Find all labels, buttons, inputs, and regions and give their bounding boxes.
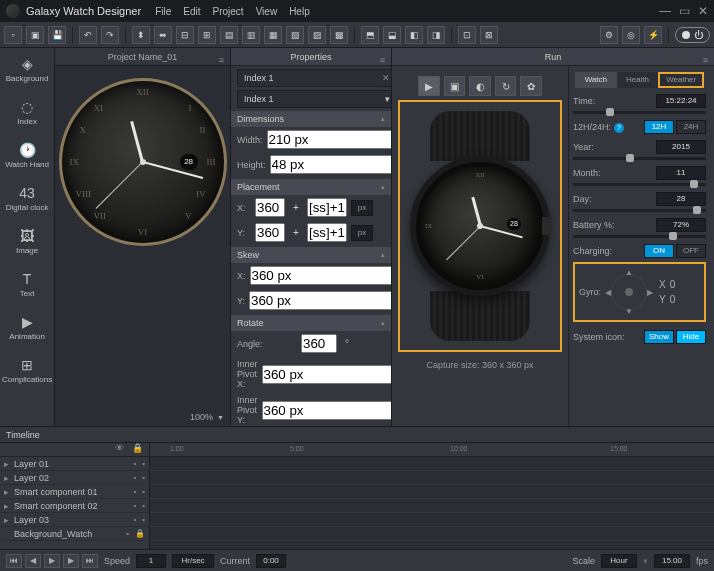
tb-layer-4[interactable]: ◨ [427, 26, 445, 44]
mode-24h[interactable]: 24H [676, 120, 706, 134]
ipy-input[interactable] [262, 401, 393, 420]
gyro-down-icon[interactable]: ▼ [625, 307, 633, 316]
menu-edit[interactable]: Edit [183, 6, 200, 17]
tb-align-1[interactable]: ⬍ [132, 26, 150, 44]
menu-help[interactable]: Help [289, 6, 310, 17]
tb-extra-1[interactable]: ⊡ [458, 26, 476, 44]
y-input[interactable] [255, 223, 285, 242]
month-value[interactable]: 11 [656, 166, 706, 180]
gyro-dpad[interactable]: ▲ ▼ ◀ ▶ [605, 268, 653, 316]
tb-align-7[interactable]: ▦ [264, 26, 282, 44]
width-input[interactable] [267, 130, 393, 149]
tb-save[interactable]: 💾 [48, 26, 66, 44]
tb-extra-2[interactable]: ⊠ [480, 26, 498, 44]
mode-12h[interactable]: 12H [644, 120, 674, 134]
tb-redo[interactable]: ↷ [101, 26, 119, 44]
tab-weather[interactable]: Weather [658, 72, 704, 88]
tool-animation[interactable]: ▶Animation [0, 306, 54, 349]
tb-align-2[interactable]: ⬌ [154, 26, 172, 44]
props-menu-icon[interactable]: ≡ [380, 51, 385, 69]
gyro-x-value[interactable]: 0 [670, 279, 700, 290]
tb-gear[interactable]: ⚙ [600, 26, 618, 44]
tab-health[interactable]: Health [617, 72, 659, 88]
gyro-up-icon[interactable]: ▲ [625, 268, 633, 277]
run-history-button[interactable]: ↻ [495, 76, 517, 96]
section-dimensions[interactable]: Dimensions▴ [231, 111, 391, 127]
tool-text[interactable]: TText [0, 263, 54, 306]
tb-open[interactable]: ▣ [26, 26, 44, 44]
tb-align-9[interactable]: ▨ [308, 26, 326, 44]
timeline-tracks[interactable]: 1:00 5:00 10:00 15:00 [150, 443, 714, 549]
skew-y-input[interactable] [249, 291, 392, 310]
tb-align-6[interactable]: ▥ [242, 26, 260, 44]
run-settings-button[interactable]: ✿ [520, 76, 542, 96]
aod-toggle[interactable]: ⏻ [675, 27, 710, 43]
tb-align-4[interactable]: ⊞ [198, 26, 216, 44]
charging-off[interactable]: OFF [676, 244, 706, 258]
height-input[interactable] [270, 155, 392, 174]
tool-image[interactable]: 🖼Image [0, 220, 54, 263]
maximize-icon[interactable]: ▭ [679, 4, 690, 18]
skew-x-input[interactable] [250, 266, 393, 285]
charging-on[interactable]: ON [644, 244, 674, 258]
month-slider[interactable] [573, 183, 706, 186]
tb-layer-3[interactable]: ◧ [405, 26, 423, 44]
gyro-y-value[interactable]: 0 [670, 294, 700, 305]
watch-face-canvas[interactable]: XII III VI IX I II IV V VII VIII X XI 28 [59, 78, 227, 246]
layer-row[interactable]: Background_Watch•🔒 [0, 527, 149, 541]
tb-layer-2[interactable]: ⬓ [383, 26, 401, 44]
speed-value[interactable]: 1 [136, 554, 166, 568]
run-fit-button[interactable]: ▣ [444, 76, 466, 96]
tl-prev-button[interactable]: ◀ [25, 554, 41, 568]
tool-background[interactable]: ◈Background [0, 48, 54, 91]
x-input[interactable] [255, 198, 285, 217]
second-hand[interactable] [96, 162, 143, 209]
tl-last-button[interactable]: ⏭ [82, 554, 98, 568]
tb-align-3[interactable]: ⊟ [176, 26, 194, 44]
year-slider[interactable] [573, 157, 706, 160]
angle-input[interactable] [301, 334, 337, 353]
component-select-2[interactable]: Index 1▾ [237, 90, 392, 108]
layer-row[interactable]: ▸Layer 01•• [0, 457, 149, 471]
ipx-input[interactable] [262, 365, 393, 384]
layer-row[interactable]: ▸Layer 03•• [0, 513, 149, 527]
info-icon[interactable]: ? [614, 123, 624, 133]
day-value[interactable]: 28 [656, 192, 706, 206]
menu-file[interactable]: File [155, 6, 171, 17]
layer-row[interactable]: ▸Layer 02•• [0, 471, 149, 485]
tl-next-button[interactable]: ▶ [63, 554, 79, 568]
time-value[interactable]: 15:22:24 [656, 94, 706, 108]
sysicon-show[interactable]: Show [644, 330, 674, 344]
time-slider[interactable] [573, 111, 706, 114]
x-expr-input[interactable] [307, 198, 347, 217]
fps-value[interactable]: 15.00 [654, 554, 690, 568]
minimize-icon[interactable]: — [659, 4, 671, 18]
tb-layer-1[interactable]: ⬒ [361, 26, 379, 44]
close-icon[interactable]: ✕ [698, 4, 708, 18]
component-select-1[interactable]: Index 1✕ [237, 69, 392, 87]
tl-first-button[interactable]: ⏮ [6, 554, 22, 568]
tab-watch[interactable]: Watch [575, 72, 617, 88]
gyro-left-icon[interactable]: ◀ [605, 288, 611, 297]
layer-row[interactable]: ▸Smart component 01•• [0, 485, 149, 499]
tool-digital[interactable]: 43Digital clock [0, 177, 54, 220]
day-slider[interactable] [573, 209, 706, 212]
tb-align-10[interactable]: ▩ [330, 26, 348, 44]
sysicon-hide[interactable]: Hide [676, 330, 706, 344]
current-value[interactable]: 0:00 [256, 554, 286, 568]
tl-play-button[interactable]: ▶ [44, 554, 60, 568]
battery-value[interactable]: 72% [656, 218, 706, 232]
run-contrast-button[interactable]: ◐ [469, 76, 491, 96]
gyro-center-icon[interactable] [625, 288, 633, 296]
tb-align-8[interactable]: ▧ [286, 26, 304, 44]
y-expr-input[interactable] [307, 223, 347, 242]
layer-row[interactable]: ▸Smart component 02•• [0, 499, 149, 513]
menu-project[interactable]: Project [213, 6, 244, 17]
tool-complications[interactable]: ⊞Complications [0, 349, 54, 392]
tb-undo[interactable]: ↶ [79, 26, 97, 44]
visibility-icon[interactable]: 👁 [115, 443, 124, 456]
tb-bolt[interactable]: ⚡ [644, 26, 662, 44]
tool-watchhand[interactable]: 🕐Watch Hand [0, 134, 54, 177]
battery-slider[interactable] [573, 235, 706, 238]
hrsec-value[interactable]: Hr/sec [172, 554, 214, 568]
